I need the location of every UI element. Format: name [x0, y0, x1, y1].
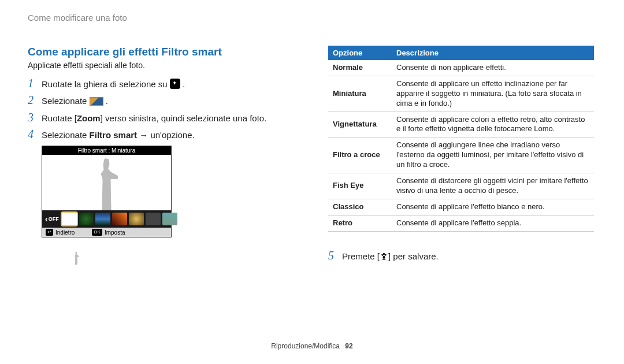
step-list: 1 Ruotate la ghiera di selezione su . 2 …: [28, 77, 294, 141]
left-column: Come applicare gli effetti Filtro smart …: [28, 46, 294, 266]
step-number: 4: [28, 128, 42, 141]
step-text: Ruotate [Zoom] verso sinistra, quindi se…: [42, 113, 294, 124]
mode-dial-icon: [170, 79, 180, 89]
footer-page: 92: [345, 342, 352, 350]
step-text-part: ] per salvare.: [388, 251, 439, 261]
zoom-label: Zoom: [77, 113, 101, 123]
option-cell: Vignettatura: [328, 112, 392, 138]
step-number: 1: [28, 77, 42, 90]
step-text-part: .: [106, 96, 108, 106]
filter-smart-label: Filtro smart: [90, 130, 138, 140]
filter-thumb[interactable]: [95, 213, 110, 225]
step-text-part: Ruotate [: [42, 113, 77, 123]
step-1: 1 Ruotate la ghiera di selezione su .: [28, 77, 294, 90]
step-4: 4 Selezionate Filtro smart → un'opzione.: [28, 128, 294, 141]
step-2: 2 Selezionate .: [28, 94, 294, 107]
option-cell: Normale: [328, 60, 392, 76]
preview-canvas: [42, 155, 171, 210]
footer-section: Riproduzione/Modifica: [271, 342, 340, 350]
step-text: Premete [] per salvare.: [342, 251, 594, 262]
preview-title: Filtro smart : Miniatura: [42, 146, 171, 155]
right-column: Opzione Descrizione NormaleConsente di n…: [328, 46, 594, 266]
main-columns: Come applicare gli effetti Filtro smart …: [28, 46, 596, 266]
back-hint: ↩ Indietro: [46, 229, 75, 236]
option-cell: Filtro a croce: [328, 138, 392, 173]
edit-photo-icon: [90, 97, 103, 106]
step-text-part: → un'opzione.: [137, 130, 195, 140]
set-hint: OK Imposta: [92, 229, 125, 236]
step-text-part: Selezionate: [42, 130, 90, 140]
filter-off-chip[interactable]: OFF: [44, 214, 60, 224]
step-text-part: Ruotate la ghiera di selezione su: [42, 79, 170, 89]
step-3: 3 Ruotate [Zoom] verso sinistra, quindi …: [28, 111, 294, 124]
step-text-part: .: [183, 79, 185, 89]
preview-footer: ↩ Indietro OK Imposta: [42, 228, 171, 237]
filter-options-table: Opzione Descrizione NormaleConsente di n…: [328, 46, 594, 232]
description-cell: Consente di non applicare effetti.: [392, 60, 594, 76]
filter-thumb-row[interactable]: OFF: [42, 210, 171, 228]
page-footer: Riproduzione/Modifica 92: [0, 342, 624, 350]
table-row: Filtro a croceConsente di aggiungere lin…: [328, 138, 594, 173]
description-cell: Consente di distorcere gli oggetti vicin…: [392, 173, 594, 199]
step-5: 5 Premete [] per salvare.: [328, 249, 594, 262]
option-cell: Fish Eye: [328, 173, 392, 199]
filter-thumb[interactable]: [79, 213, 94, 225]
option-cell: Retro: [328, 215, 392, 231]
step-number: 2: [28, 94, 42, 107]
description-cell: Consente di aggiungere linee che irradia…: [392, 138, 594, 173]
person-silhouette-icon: [92, 158, 121, 210]
step-list-right: 5 Premete [] per salvare.: [328, 249, 594, 262]
table-row: NormaleConsente di non applicare effetti…: [328, 60, 594, 76]
table-row: ClassicoConsente di applicare l'effetto …: [328, 199, 594, 215]
table-row: RetroConsente di applicare l'effetto sep…: [328, 215, 594, 231]
step-text: Selezionate Filtro smart → un'opzione.: [42, 129, 294, 141]
description-cell: Consente di applicare un effetto inclina…: [392, 76, 594, 112]
option-cell: Classico: [328, 199, 392, 215]
ok-key-icon: OK: [92, 229, 102, 236]
description-cell: Consente di applicare colori a effetto r…: [392, 112, 594, 138]
camera-preview: Filtro smart : Miniatura OFF ↩ Indietro: [42, 146, 172, 237]
step-text-part: Premete [: [342, 251, 380, 261]
table-row: Fish EyeConsente di distorcere gli ogget…: [328, 173, 594, 199]
description-cell: Consente di applicare l'effetto bianco e…: [392, 199, 594, 215]
table-head-description: Descrizione: [392, 46, 594, 60]
back-key-icon: ↩: [46, 229, 53, 236]
step-text-part: ] verso sinistra, quindi selezionate una…: [101, 113, 267, 123]
step-number: 3: [28, 111, 42, 124]
step-number: 5: [328, 249, 342, 262]
description-cell: Consente di applicare l'effetto seppia.: [392, 215, 594, 231]
table-head-option: Opzione: [328, 46, 392, 60]
step-text-part: Selezionate: [42, 96, 90, 106]
table-row: MiniaturaConsente di applicare un effett…: [328, 76, 594, 112]
breadcrumb: Come modificare una foto: [28, 13, 596, 23]
option-cell: Miniatura: [328, 76, 392, 112]
filter-thumb[interactable]: [129, 213, 144, 225]
table-row: VignettaturaConsente di applicare colori…: [328, 112, 594, 138]
macro-flower-icon: [380, 252, 388, 261]
filter-thumb[interactable]: [162, 213, 177, 225]
set-label: Imposta: [105, 229, 125, 236]
section-subtitle: Applicate effetti speciali alle foto.: [28, 61, 294, 70]
step-text: Selezionate .: [42, 95, 294, 107]
step-text: Ruotate la ghiera di selezione su .: [42, 79, 294, 90]
filter-thumb[interactable]: [112, 213, 127, 225]
filter-thumb[interactable]: [146, 213, 161, 225]
filter-thumb-selected[interactable]: [62, 213, 77, 225]
section-title: Come applicare gli effetti Filtro smart: [28, 46, 294, 58]
back-label: Indietro: [55, 229, 75, 236]
